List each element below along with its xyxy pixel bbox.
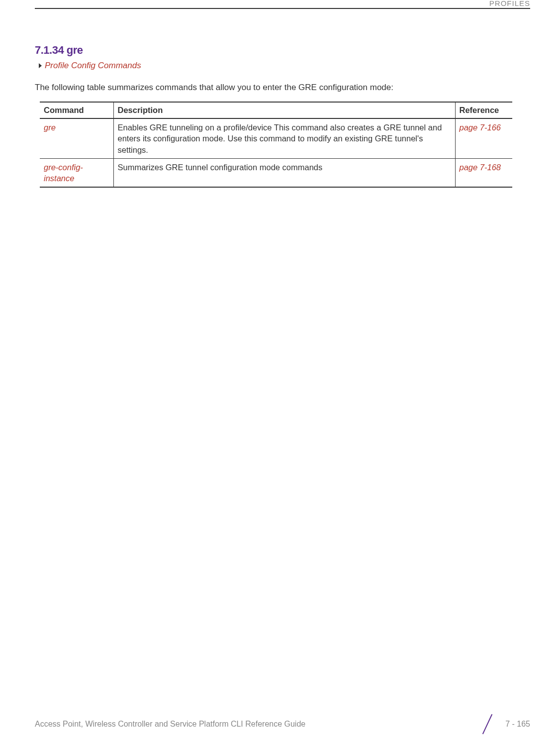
footer-slash-icon xyxy=(474,714,499,734)
command-table: Command Description Reference gre Enable… xyxy=(40,102,512,188)
breadcrumb-link[interactable]: Profile Config Commands xyxy=(45,61,141,71)
breadcrumb: Profile Config Commands xyxy=(39,61,523,71)
page-footer: Access Point, Wireless Controller and Se… xyxy=(35,714,530,734)
table-cell-command: gre-config-instance xyxy=(40,158,113,187)
table-cell-description: Enables GRE tunneling on a profile/devic… xyxy=(113,118,455,158)
page-content: 7.1.34 gre Profile Config Commands The f… xyxy=(0,9,560,188)
breadcrumb-arrow-icon xyxy=(39,63,42,68)
section-heading: 7.1.34 gre xyxy=(35,44,523,57)
section-intro: The following table summarizes commands … xyxy=(35,83,523,93)
table-header-command: Command xyxy=(40,102,113,118)
reference-link[interactable]: page 7-166 xyxy=(460,123,501,132)
table-cell-reference: page 7-166 xyxy=(455,118,512,158)
table-cell-command: gre xyxy=(40,118,113,158)
table-header-description: Description xyxy=(113,102,455,118)
reference-link[interactable]: page 7-168 xyxy=(460,163,501,172)
table-cell-description: Summarizes GRE tunnel configuration mode… xyxy=(113,158,455,187)
table-row: gre Enables GRE tunneling on a profile/d… xyxy=(40,118,512,158)
footer-page-number: 7 - 165 xyxy=(505,720,530,729)
page-header: PROFILES xyxy=(35,0,530,9)
table-header-row: Command Description Reference xyxy=(40,102,512,118)
table-row: gre-config-instance Summarizes GRE tunne… xyxy=(40,158,512,187)
command-link[interactable]: gre-config-instance xyxy=(44,163,83,183)
header-section-label: PROFILES xyxy=(489,0,530,7)
command-link[interactable]: gre xyxy=(44,123,56,132)
footer-document-title: Access Point, Wireless Controller and Se… xyxy=(35,720,468,729)
table-header-reference: Reference xyxy=(455,102,512,118)
table-cell-reference: page 7-168 xyxy=(455,158,512,187)
